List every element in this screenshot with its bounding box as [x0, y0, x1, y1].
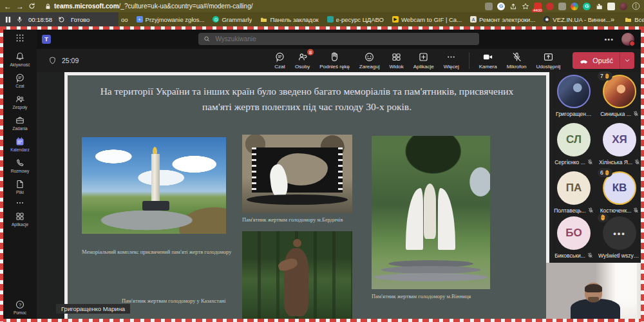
sidebar-item-assignments[interactable]: Zadania — [12, 115, 28, 131]
adblock-extension-icon[interactable]: 4400 — [534, 3, 542, 10]
raised-hand-badge: 6 — [598, 168, 612, 177]
google-icon[interactable]: G — [497, 3, 505, 10]
ellipsis-icon: ••• — [613, 229, 626, 238]
address-bar[interactable]: teams.microsoft.com/_?culture=uk-ua&coun… — [45, 3, 253, 10]
refresh-icon[interactable] — [28, 3, 35, 10]
statue-body — [284, 248, 308, 316]
apps-button[interactable]: Aplikacje — [413, 52, 434, 70]
person-hair — [585, 284, 602, 292]
leave-button-group: Opuść — [573, 52, 634, 69]
participant-tile[interactable]: СЛ Сергієнко ... — [554, 123, 594, 166]
grammarly-icon[interactable]: G — [583, 3, 591, 10]
bookmark-item[interactable]: e-ресурс ЦДАВО — [327, 16, 384, 23]
bookmarks-overflow-chevron[interactable]: » — [611, 15, 614, 23]
people-button[interactable]: Osoby 8 — [295, 52, 310, 70]
bookmark-item[interactable]: ◉VEZ.IN.UA - Винни... — [544, 16, 611, 23]
back-icon[interactable]: ← — [4, 3, 12, 10]
participant-tile[interactable]: КВ 6 Костюченк... — [600, 171, 639, 214]
sidebar-item-files[interactable]: Pliki — [15, 179, 25, 194]
people-count-badge: 8 — [307, 49, 314, 55]
avatar-initials: СЛ — [557, 123, 591, 156]
bookmark-favicon — [327, 16, 334, 23]
photo-vinnytsia-memorial — [372, 136, 490, 289]
record-extension-icon[interactable] — [546, 3, 554, 10]
all-bookmarks-button[interactable]: Все закладки — [625, 16, 644, 23]
bookmark-item[interactable]: ▶Webcam to GIF | Ca... — [392, 16, 462, 23]
bookmark-star-icon[interactable] — [522, 3, 529, 10]
bookmark-item[interactable]: oo — [121, 16, 128, 23]
raise-hand-button[interactable]: Podnieś rękę — [319, 52, 350, 70]
recorder-done-button[interactable]: Готово — [71, 16, 90, 23]
calendar-icon — [15, 137, 25, 147]
sidebar-item-apps[interactable]: Aplikacje — [12, 211, 28, 227]
view-button[interactable]: Widok — [389, 52, 403, 70]
share-page-icon[interactable] — [509, 3, 517, 10]
camera-button[interactable]: Kamera — [479, 52, 497, 70]
chat-button[interactable]: Czat — [274, 52, 285, 70]
recorder-mic-icon[interactable] — [17, 16, 23, 23]
mic-button[interactable]: Mikrofon — [507, 52, 527, 70]
pause-icon[interactable] — [5, 16, 11, 23]
extensions-puzzle-icon[interactable] — [595, 3, 603, 10]
angel-wing-left — [406, 188, 423, 250]
sidebar-item-activity[interactable]: Aktywność — [10, 52, 30, 67]
leave-button[interactable]: Opuść — [573, 52, 620, 69]
avatar-initials: ПА — [557, 171, 591, 205]
teams-app: Aktywność Czat Zespoły Zadania Kalendarz… — [3, 30, 641, 319]
hangup-icon — [579, 56, 589, 66]
shield-icon — [48, 56, 57, 65]
participant-tile[interactable]: БО Биковськи... — [554, 216, 594, 259]
recorder-restart-icon[interactable] — [58, 16, 65, 23]
browser-menu-icon[interactable] — [632, 2, 640, 10]
extension-icons: G 4400 G — [485, 2, 640, 10]
speaker-video-tile[interactable] — [546, 263, 641, 319]
forward-icon[interactable]: → — [16, 3, 24, 10]
sidebar-item-teams[interactable]: Zespoły — [13, 94, 28, 109]
topbar-more-icon[interactable]: ••• — [604, 35, 614, 43]
waffle-menu-button[interactable] — [15, 33, 24, 43]
sidebar-extension-icon[interactable] — [607, 3, 615, 10]
mic-muted-icon — [633, 111, 639, 117]
sidebar-item-help[interactable]: ? Pomoc — [14, 299, 26, 315]
ellipsis-icon — [15, 200, 24, 205]
search-bar[interactable] — [198, 33, 479, 45]
leave-options-caret[interactable] — [620, 52, 634, 69]
sidebar-item-calls[interactable]: Rozmowy — [11, 158, 30, 173]
search-input[interactable] — [214, 35, 474, 43]
bookmark-item[interactable]: GGrammarly — [213, 16, 252, 23]
bookmark-item[interactable]: AРемонт электроки... — [470, 16, 535, 23]
shared-slide: На території України та інших країн було… — [64, 72, 549, 319]
slide-title: На території України та інших країн було… — [97, 84, 518, 115]
profile-avatar-icon[interactable] — [620, 3, 627, 10]
participant-tile[interactable]: ПА Полтавець... — [554, 171, 594, 214]
show-all-participants-tile[interactable]: ••• Wyświetl wszys... — [600, 216, 639, 259]
share-button[interactable]: Udostępnij — [536, 52, 560, 70]
apps-grid-icon — [15, 211, 25, 222]
statue-head — [293, 239, 301, 247]
memorial-column — [151, 154, 160, 205]
mic-muted-icon — [634, 159, 640, 166]
photo-kyiv-memorial — [82, 137, 226, 234]
tab-audio-icon[interactable] — [485, 3, 493, 10]
colorful-extension-icon[interactable] — [571, 3, 578, 10]
bookmark-item[interactable]: +Przyjmowanie zgłos... — [137, 16, 205, 23]
sidebar-item-calendar[interactable]: Kalendarz — [10, 137, 29, 152]
react-button[interactable]: Zareaguj — [359, 52, 380, 70]
more-button[interactable]: Więcej — [444, 52, 459, 70]
participant-tile[interactable]: 7 Синицька ... — [600, 75, 639, 117]
camera-extension-icon[interactable] — [558, 3, 566, 10]
teams-topbar: T ••• — [37, 30, 641, 49]
participant-tile[interactable]: Григоращенко ... — [554, 75, 594, 117]
account-avatar[interactable] — [621, 33, 634, 46]
chat-bubble-icon — [15, 73, 25, 83]
capture-border-left — [0, 26, 3, 322]
sidebar-item-chat[interactable]: Czat — [15, 73, 25, 88]
participant-tile[interactable]: ХЯ Хілінська Я... — [600, 123, 639, 166]
teams-logo: T — [42, 35, 51, 44]
lock-icon — [45, 3, 51, 10]
bookmarks-bar: 00:18:58 Готово oo +Przyjmowanie zgłos..… — [0, 12, 644, 26]
sidebar-more-button[interactable] — [15, 200, 24, 205]
bookmark-item[interactable]: Панель закладок — [260, 16, 318, 23]
bookmark-favicon: + — [137, 16, 143, 23]
chevron-down-icon — [624, 57, 630, 64]
